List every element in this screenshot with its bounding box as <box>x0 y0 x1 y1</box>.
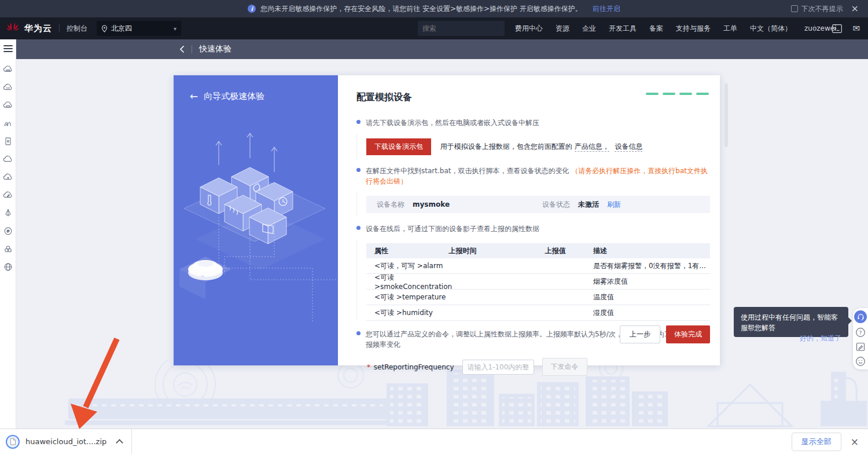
huawei-logo[interactable]: 华为云 <box>6 22 52 35</box>
sidebar-item-group-icon[interactable] <box>3 244 13 254</box>
sidebar-item-globe-icon[interactable] <box>3 262 13 272</box>
region-selector[interactable]: 北京四 ▾ <box>97 21 181 36</box>
brand-name[interactable]: 华为云 <box>24 23 52 34</box>
download-demo-button[interactable]: 下载设备演示包 <box>366 138 431 155</box>
region-value: 北京四 <box>111 24 132 34</box>
cli-console-icon[interactable] <box>832 24 842 33</box>
finish-experience-button[interactable]: 体验完成 <box>666 325 710 343</box>
refresh-link[interactable]: 刷新 <box>607 200 621 210</box>
download-desc: 用于模拟设备上报数据，包含您前面配置的 <box>440 142 572 151</box>
customer-service-icon[interactable] <box>854 310 867 323</box>
wizard-content-panel: 配置模拟设备 请先下载设备演示包，然后在电脑或者嵌入式设备中解压 下载设备演示包… <box>338 75 729 365</box>
product-info-link[interactable]: 产品信息， <box>575 142 609 152</box>
table-row: <可读 >temperature 温度值 <box>366 290 710 305</box>
show-all-downloads-button[interactable]: 显示全部 <box>792 433 841 451</box>
cell-property: <可读 >humidity <box>366 308 449 318</box>
menu-support[interactable]: 支持与服务 <box>676 24 711 34</box>
shadow-property-table: 属性 上报时间 上报值 描述 <可读，可写 >alarm 是否有烟雾报警，0没有… <box>366 243 710 321</box>
col-description: 描述 <box>593 246 710 256</box>
wizard-left-title: 向导式极速体验 <box>204 91 264 102</box>
dont-remind-label: 下次不再提示 <box>801 4 843 14</box>
col-property: 属性 <box>366 246 449 256</box>
download-filename[interactable]: huaweicloud_iot....zip <box>25 437 106 446</box>
help-question-icon[interactable]: ? <box>855 327 866 338</box>
sidebar-item-cloud-server-icon[interactable] <box>3 64 13 75</box>
divider <box>814 24 815 32</box>
col-report-value: 上报值 <box>545 246 593 256</box>
menu-hamburger-icon[interactable] <box>3 45 13 52</box>
console-link[interactable]: 控制台 <box>67 24 87 34</box>
previous-step-button[interactable]: 上一步 <box>620 325 660 343</box>
messages-icon[interactable]: ✉ <box>852 23 860 34</box>
menu-enterprise[interactable]: 企业 <box>582 24 596 34</box>
satisfaction-smiley-icon[interactable] <box>855 356 866 367</box>
feedback-form-icon[interactable] <box>855 342 866 352</box>
table-header-row: 属性 上报时间 上报值 描述 <box>366 243 710 258</box>
search-input[interactable] <box>422 24 509 32</box>
col-report-time: 上报时间 <box>449 246 545 256</box>
huawei-flower-icon <box>6 22 20 35</box>
notification-banner: i 您尚未开启敏感操作保护，存在安全风险，请您前往 安全设置>敏感操作>操作保护… <box>0 0 868 17</box>
banner-close-icon[interactable]: × <box>851 4 859 13</box>
bullet-icon <box>356 120 361 124</box>
required-asterisk: * <box>367 363 370 371</box>
sidebar-item-cloud-upload-icon[interactable] <box>3 172 13 182</box>
sidebar-item-prism-icon[interactable] <box>3 208 13 218</box>
wizard-modal: ← 向导式极速体验 <box>174 75 720 365</box>
checkbox-icon[interactable] <box>791 5 798 12</box>
table-row: <可读，可写 >alarm 是否有烟雾报警，0没有报警，1有... <box>366 258 710 274</box>
sidebar-item-ip-icon[interactable]: IP <box>3 226 13 236</box>
device-name-label: 设备名称 <box>377 200 404 210</box>
location-pin-icon <box>101 25 108 32</box>
wizard-left-panel: ← 向导式极速体验 <box>174 75 338 365</box>
table-row: <可读 >humidity 湿度值 <box>366 305 710 321</box>
menu-icp[interactable]: 备案 <box>649 24 663 34</box>
cell-desc: 温度值 <box>593 292 710 302</box>
send-command-button[interactable]: 下发命令 <box>542 358 587 376</box>
chevron-down-icon: ▾ <box>174 25 176 32</box>
download-bar-close-icon[interactable]: × <box>851 436 859 448</box>
page-subheader: 快速体验 <box>16 39 868 59</box>
sidebar-item-waves-icon[interactable] <box>3 118 13 129</box>
bullet-icon <box>356 226 361 230</box>
screen: i 您尚未开启敏感操作保护，存在安全风险，请您前往 安全设置>敏感操作>操作保护… <box>0 0 868 454</box>
step1-text: 请先下载设备演示包，然后在电脑或者嵌入式设备中解压 <box>366 119 539 127</box>
sidebar-item-cloud-dots-icon[interactable] <box>3 82 13 93</box>
dont-remind-checkbox[interactable]: 下次不再提示 <box>791 4 843 14</box>
frequency-input[interactable] <box>462 360 534 375</box>
command-form: * setReportingFrequency 下发命令 <box>367 358 710 376</box>
wizard-back-arrow-icon[interactable]: ← <box>190 90 198 102</box>
menu-billing[interactable]: 费用中心 <box>515 24 543 34</box>
help-rail: ? <box>853 308 868 369</box>
device-status-value: 未激活 <box>578 200 599 210</box>
downloaded-file-chip[interactable]: huaweicloud_iot....zip <box>6 435 127 449</box>
enable-protection-link[interactable]: 前往开启 <box>593 4 620 14</box>
divider <box>131 429 132 454</box>
bullet-icon <box>356 168 361 172</box>
table-row: <可读 >smokeConcentration 烟雾浓度值 <box>366 274 710 290</box>
step2-text: 在解压文件中找到start.bat，双击执行脚本，查看设备状态的变化 <box>366 167 569 175</box>
menu-devtools[interactable]: 开发工具 <box>609 24 637 34</box>
back-button[interactable] <box>179 45 185 53</box>
cell-desc: 是否有烟雾报警，0没有报警，1有... <box>593 261 710 271</box>
panel-scrollbar[interactable] <box>724 83 728 147</box>
sidebar-item-cloud-icon[interactable] <box>3 154 13 164</box>
sidebar-item-cloud-box-icon[interactable] <box>3 100 13 111</box>
chevron-left-icon <box>179 45 185 53</box>
assistant-tooltip: 使用过程中有任何问题，智能客服帮您解答 好的，知道了 <box>734 307 848 337</box>
device-name-value: mysmoke <box>413 200 450 208</box>
sidebar-item-device-icon[interactable] <box>3 136 13 147</box>
sidebar-item-cloud-edit-icon[interactable] <box>3 190 13 200</box>
divider <box>192 45 192 53</box>
menu-language[interactable]: 中文（简体） <box>750 24 792 34</box>
step-progress-indicator <box>646 93 709 95</box>
menu-ticket[interactable]: 工单 <box>723 24 737 34</box>
notification-text: 您尚未开启敏感操作保护，存在安全风险，请您前往 安全设置>敏感操作>操作保护 开… <box>260 4 582 14</box>
device-info-link[interactable]: 设备信息 <box>615 142 642 152</box>
menu-resources[interactable]: 资源 <box>556 24 569 34</box>
assistant-confirm-link[interactable]: 好的，知道了 <box>741 333 841 343</box>
chevron-up-icon[interactable] <box>116 439 123 446</box>
global-search[interactable] <box>418 21 505 36</box>
divider <box>59 24 60 32</box>
info-icon: i <box>248 5 256 13</box>
